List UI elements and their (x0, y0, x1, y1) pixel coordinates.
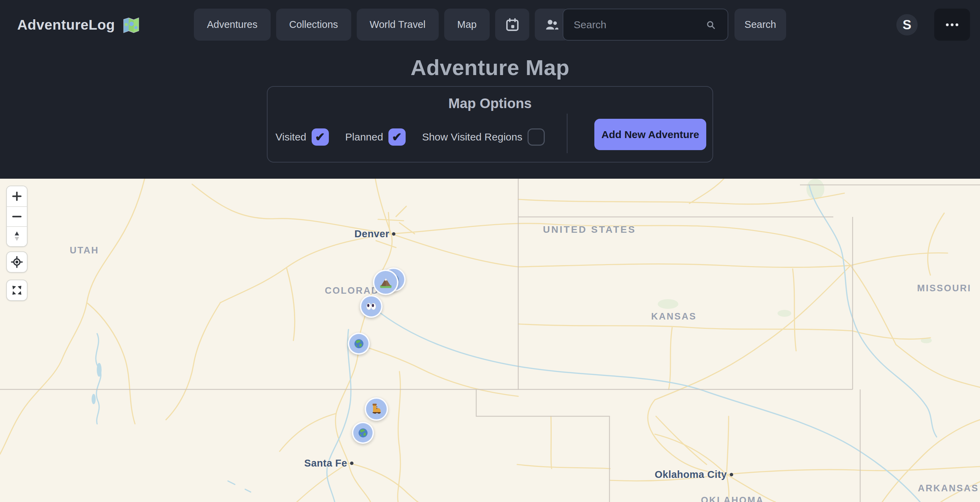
city-dot (392, 232, 396, 235)
nav-collections[interactable]: Collections (276, 9, 351, 41)
map-options-toggles: Visited✔Planned✔Show Visited Regions (275, 129, 545, 146)
avatar[interactable]: S (896, 14, 918, 35)
eyes-marker[interactable] (360, 295, 383, 318)
city-dot (730, 473, 733, 476)
fullscreen-icon (10, 284, 24, 297)
map-label-missouri: MISSOURI (917, 283, 971, 294)
map-label-united-states: UNITED STATES (543, 224, 636, 235)
adventure-map[interactable]: UTAHCOLORADOUNITED STATESKANSASMISSOURIA… (0, 179, 980, 502)
checkbox-planned[interactable]: ✔ (388, 129, 406, 146)
minus-icon (11, 210, 23, 223)
map-label-oklahoma-city: Oklahoma City (655, 469, 733, 480)
map-label-kansas: KANSAS (651, 311, 697, 322)
nav-world-travel[interactable]: World Travel (357, 9, 439, 41)
add-new-adventure-button[interactable]: Add New Adventure (594, 119, 706, 150)
checkbox-show-visited-regions[interactable] (528, 129, 545, 146)
map-options-title: Map Options (0, 96, 980, 111)
fullscreen-button[interactable] (6, 280, 27, 301)
map-zoom-controls (6, 186, 27, 247)
app-logo[interactable]: AdventureLog (17, 0, 141, 50)
tilt-control-button[interactable] (7, 226, 27, 246)
mountain-icon (379, 275, 393, 289)
nav-buttons: AdventuresCollectionsWorld TravelMap (194, 9, 569, 41)
calendar-icon (505, 17, 520, 32)
users-icon (544, 17, 560, 32)
map-label-oklahoma: OKLAHOMA (701, 495, 764, 502)
checkbox-visited[interactable]: ✔ (312, 129, 329, 146)
city-dot (350, 461, 353, 465)
adventurelog-app: AdventureLog AdventuresCollectionsWorld … (0, 0, 980, 502)
zoom-in-button[interactable] (7, 186, 27, 206)
geolocate-button[interactable] (6, 251, 27, 273)
search-button[interactable]: Search (735, 9, 786, 41)
nav-adventures[interactable]: Adventures (194, 9, 270, 41)
boot-icon (370, 402, 383, 415)
globe-icon (353, 338, 365, 350)
nav-map[interactable]: Map (444, 9, 490, 41)
tilt-icon (11, 230, 23, 243)
eyes-icon (365, 300, 377, 313)
map-label-santa-fe: Santa Fe (304, 458, 354, 469)
search-input[interactable] (563, 9, 728, 41)
geolocate-icon (10, 256, 24, 268)
map-label-denver: Denver (354, 228, 395, 240)
toggle-label-show-visited-regions: Show Visited Regions (422, 131, 522, 143)
map-label-arkansas: ARKANSAS (918, 483, 978, 494)
mountain-marker[interactable] (373, 270, 398, 295)
top-navbar: AdventureLog AdventuresCollectionsWorld … (0, 0, 980, 50)
toggle-label-visited: Visited (275, 131, 307, 143)
boot-marker[interactable] (365, 397, 388, 421)
ellipsis-icon (946, 24, 949, 26)
zoom-out-button[interactable] (7, 206, 27, 226)
map-label-utah: UTAH (70, 245, 99, 256)
page-title: Adventure Map (0, 55, 980, 80)
plus-icon (11, 190, 23, 202)
globe-marker[interactable] (348, 333, 370, 355)
toggle-label-planned: Planned (345, 131, 383, 143)
map-canvas (0, 179, 980, 502)
app-logo-text: AdventureLog (17, 17, 115, 33)
globe-marker[interactable] (352, 422, 374, 444)
more-menu-button[interactable] (934, 9, 970, 41)
world-map-icon (121, 15, 141, 35)
calendar-button[interactable] (495, 9, 529, 41)
options-divider (567, 114, 568, 153)
globe-icon (357, 427, 369, 439)
